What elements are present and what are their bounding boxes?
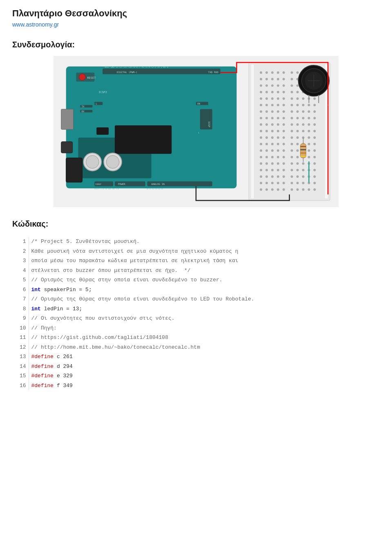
- site-url[interactable]: www.astronomy.gr: [12, 21, 380, 28]
- svg-rect-25: [96, 127, 109, 135]
- table-row: 5// Ορισμός της θύρας στην οποία είναι σ…: [12, 275, 380, 285]
- svg-point-92: [260, 136, 262, 139]
- svg-point-124: [271, 175, 274, 178]
- svg-point-74: [271, 110, 274, 113]
- svg-point-224: [302, 182, 305, 184]
- code-line: #define c 261: [29, 352, 380, 362]
- svg-point-103: [265, 149, 268, 152]
- table-row: 6int speakerPin = 5;: [12, 285, 380, 295]
- svg-point-62: [260, 97, 262, 100]
- svg-point-190: [308, 136, 310, 139]
- svg-point-67: [260, 104, 262, 106]
- svg-point-105: [277, 149, 279, 152]
- svg-point-118: [265, 169, 268, 171]
- svg-text:ICSP2: ICSP2: [98, 91, 107, 94]
- svg-point-68: [265, 104, 268, 106]
- code-line: // Πηγή:: [29, 323, 380, 333]
- svg-point-42: [260, 71, 262, 74]
- svg-point-123: [265, 175, 268, 178]
- svg-point-126: [283, 175, 285, 178]
- svg-point-87: [260, 130, 262, 132]
- svg-text:ON: ON: [197, 102, 200, 105]
- svg-point-176: [313, 117, 316, 119]
- line-number: 4: [12, 266, 29, 276]
- code-line: στέλνεται στο buzzer όπου μετατρέπεται σ…: [29, 266, 380, 276]
- svg-point-109: [271, 156, 274, 158]
- svg-rect-40: [251, 65, 254, 198]
- svg-point-180: [308, 123, 310, 126]
- svg-point-49: [271, 78, 274, 80]
- table-row: 13#define c 261: [12, 352, 380, 362]
- svg-point-230: [308, 188, 310, 191]
- svg-point-111: [283, 156, 285, 158]
- code-line: /* Project 5. Συνθέτοντας μουσική.: [29, 237, 380, 247]
- svg-point-83: [265, 123, 268, 126]
- svg-point-162: [291, 104, 293, 106]
- svg-point-71: [283, 104, 285, 106]
- svg-point-183: [296, 130, 299, 132]
- svg-point-57: [260, 91, 262, 94]
- line-number: 1: [12, 237, 29, 247]
- svg-text:RESET 3.3V 5V GND GND VIN: RESET 3.3V 5V GND GND VIN: [94, 188, 119, 190]
- code-line: #define f 349: [29, 381, 380, 391]
- table-row: 8int ledPin = 13;: [12, 304, 380, 314]
- code-line: // http://home.mit.bme.hu/~bako/tonecalc…: [29, 343, 380, 352]
- circuit-section-title: Συνδεσμολογία:: [12, 40, 380, 49]
- svg-point-78: [265, 117, 268, 119]
- svg-point-192: [291, 143, 293, 145]
- svg-point-209: [302, 163, 305, 165]
- svg-text:IOREF: IOREF: [95, 183, 101, 185]
- svg-point-94: [271, 136, 274, 139]
- svg-point-35: [86, 156, 99, 169]
- table-row: 14#define d 294: [12, 362, 380, 372]
- svg-point-163: [296, 104, 299, 106]
- svg-point-131: [283, 182, 285, 184]
- svg-point-179: [302, 123, 305, 126]
- svg-point-76: [283, 110, 285, 113]
- svg-point-187: [291, 136, 293, 139]
- svg-text:TXD RXD: TXD RXD: [208, 71, 219, 73]
- circuit-diagram: RESET ICSP2 DIGITAL (PWM~) TXD RXD AREF …: [53, 56, 339, 207]
- svg-point-136: [283, 188, 285, 191]
- svg-point-197: [291, 149, 293, 152]
- svg-point-219: [302, 175, 305, 178]
- line-number: 9: [12, 314, 29, 323]
- svg-point-116: [283, 163, 285, 165]
- svg-point-157: [291, 97, 293, 100]
- code-line: // https://gist.github.com/tagliati/1804…: [29, 333, 380, 343]
- svg-point-159: [302, 97, 305, 100]
- svg-point-122: [260, 175, 262, 178]
- svg-point-104: [271, 149, 274, 152]
- svg-point-120: [277, 169, 279, 171]
- svg-point-6: [79, 74, 86, 80]
- svg-point-50: [277, 78, 279, 80]
- table-row: 2Κάθε μουσική νότα αντιστοιχεί σε μια συ…: [12, 247, 380, 256]
- svg-point-91: [283, 130, 285, 132]
- site-title: Πλανητάριο Θεσσαλονίκης: [12, 8, 380, 19]
- code-line: #define d 294: [29, 362, 380, 372]
- svg-point-43: [265, 71, 268, 74]
- svg-point-37: [106, 156, 119, 169]
- svg-point-172: [291, 117, 293, 119]
- line-number: 3: [12, 256, 29, 266]
- line-number: 12: [12, 343, 29, 352]
- svg-point-147: [291, 85, 293, 87]
- svg-point-99: [271, 143, 274, 145]
- svg-rect-4: [61, 142, 73, 153]
- line-number: 14: [12, 362, 29, 372]
- svg-point-186: [313, 130, 316, 132]
- svg-rect-24: [115, 125, 172, 154]
- svg-point-90: [277, 130, 279, 132]
- svg-text:RESET: RESET: [87, 76, 96, 80]
- svg-point-198: [296, 149, 299, 152]
- svg-point-101: [283, 143, 285, 145]
- svg-point-177: [291, 123, 293, 126]
- svg-point-208: [296, 163, 299, 165]
- code-table: 1/* Project 5. Συνθέτοντας μουσική.2Κάθε…: [12, 237, 380, 390]
- svg-point-168: [296, 110, 299, 113]
- svg-rect-3: [61, 109, 74, 129]
- svg-point-231: [313, 188, 316, 191]
- svg-point-58: [265, 91, 268, 94]
- svg-point-203: [296, 156, 299, 158]
- table-row: 11// https://gist.github.com/tagliati/18…: [12, 333, 380, 343]
